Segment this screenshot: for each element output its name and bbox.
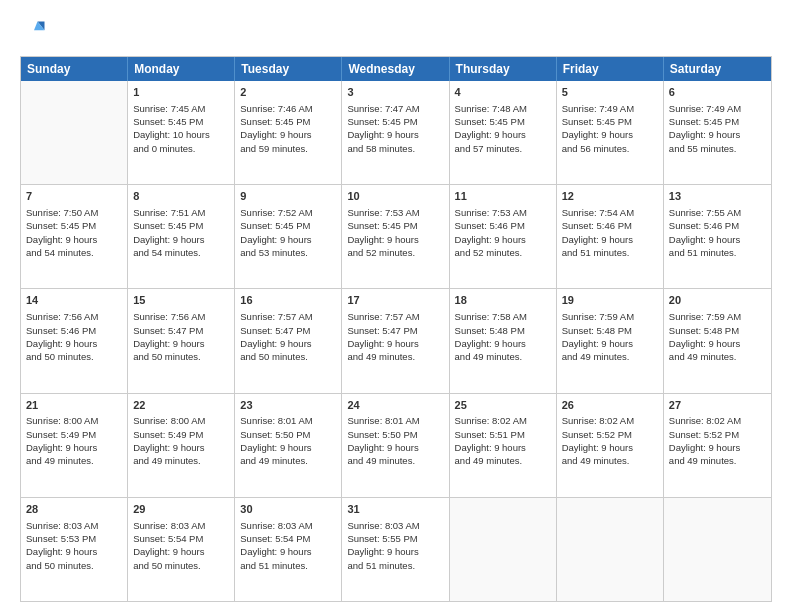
calendar-day-14: 14Sunrise: 7:56 AM Sunset: 5:46 PM Dayli… [21, 289, 128, 392]
calendar-empty-cell [450, 498, 557, 601]
day-number: 31 [347, 502, 443, 517]
day-number: 27 [669, 398, 766, 413]
calendar-day-25: 25Sunrise: 8:02 AM Sunset: 5:51 PM Dayli… [450, 394, 557, 497]
calendar-row-1: 1Sunrise: 7:45 AM Sunset: 5:45 PM Daylig… [21, 81, 771, 184]
calendar-day-20: 20Sunrise: 7:59 AM Sunset: 5:48 PM Dayli… [664, 289, 771, 392]
day-content: Sunrise: 8:00 AM Sunset: 5:49 PM Dayligh… [26, 414, 122, 467]
calendar-day-5: 5Sunrise: 7:49 AM Sunset: 5:45 PM Daylig… [557, 81, 664, 184]
day-number: 3 [347, 85, 443, 100]
day-content: Sunrise: 7:59 AM Sunset: 5:48 PM Dayligh… [562, 310, 658, 363]
calendar-day-12: 12Sunrise: 7:54 AM Sunset: 5:46 PM Dayli… [557, 185, 664, 288]
calendar-day-3: 3Sunrise: 7:47 AM Sunset: 5:45 PM Daylig… [342, 81, 449, 184]
day-content: Sunrise: 7:56 AM Sunset: 5:46 PM Dayligh… [26, 310, 122, 363]
day-content: Sunrise: 7:55 AM Sunset: 5:46 PM Dayligh… [669, 206, 766, 259]
logo [20, 18, 52, 46]
calendar-day-13: 13Sunrise: 7:55 AM Sunset: 5:46 PM Dayli… [664, 185, 771, 288]
calendar-day-1: 1Sunrise: 7:45 AM Sunset: 5:45 PM Daylig… [128, 81, 235, 184]
calendar-day-26: 26Sunrise: 8:02 AM Sunset: 5:52 PM Dayli… [557, 394, 664, 497]
day-number: 8 [133, 189, 229, 204]
day-content: Sunrise: 8:03 AM Sunset: 5:54 PM Dayligh… [240, 519, 336, 572]
calendar-day-9: 9Sunrise: 7:52 AM Sunset: 5:45 PM Daylig… [235, 185, 342, 288]
day-content: Sunrise: 7:53 AM Sunset: 5:46 PM Dayligh… [455, 206, 551, 259]
day-content: Sunrise: 8:02 AM Sunset: 5:51 PM Dayligh… [455, 414, 551, 467]
day-number: 24 [347, 398, 443, 413]
day-number: 12 [562, 189, 658, 204]
calendar-empty-cell [557, 498, 664, 601]
calendar-row-5: 28Sunrise: 8:03 AM Sunset: 5:53 PM Dayli… [21, 497, 771, 601]
calendar-day-8: 8Sunrise: 7:51 AM Sunset: 5:45 PM Daylig… [128, 185, 235, 288]
calendar-day-29: 29Sunrise: 8:03 AM Sunset: 5:54 PM Dayli… [128, 498, 235, 601]
day-number: 17 [347, 293, 443, 308]
day-number: 18 [455, 293, 551, 308]
day-content: Sunrise: 7:57 AM Sunset: 5:47 PM Dayligh… [347, 310, 443, 363]
day-number: 15 [133, 293, 229, 308]
day-number: 2 [240, 85, 336, 100]
calendar-day-31: 31Sunrise: 8:03 AM Sunset: 5:55 PM Dayli… [342, 498, 449, 601]
calendar-day-24: 24Sunrise: 8:01 AM Sunset: 5:50 PM Dayli… [342, 394, 449, 497]
day-content: Sunrise: 7:47 AM Sunset: 5:45 PM Dayligh… [347, 102, 443, 155]
calendar-day-16: 16Sunrise: 7:57 AM Sunset: 5:47 PM Dayli… [235, 289, 342, 392]
calendar-empty-cell [664, 498, 771, 601]
day-content: Sunrise: 7:49 AM Sunset: 5:45 PM Dayligh… [562, 102, 658, 155]
day-number: 30 [240, 502, 336, 517]
day-number: 21 [26, 398, 122, 413]
day-content: Sunrise: 8:03 AM Sunset: 5:54 PM Dayligh… [133, 519, 229, 572]
calendar-body: 1Sunrise: 7:45 AM Sunset: 5:45 PM Daylig… [21, 81, 771, 601]
day-number: 28 [26, 502, 122, 517]
calendar-day-11: 11Sunrise: 7:53 AM Sunset: 5:46 PM Dayli… [450, 185, 557, 288]
calendar-day-21: 21Sunrise: 8:00 AM Sunset: 5:49 PM Dayli… [21, 394, 128, 497]
day-content: Sunrise: 7:54 AM Sunset: 5:46 PM Dayligh… [562, 206, 658, 259]
calendar-row-3: 14Sunrise: 7:56 AM Sunset: 5:46 PM Dayli… [21, 288, 771, 392]
calendar-day-19: 19Sunrise: 7:59 AM Sunset: 5:48 PM Dayli… [557, 289, 664, 392]
calendar-day-23: 23Sunrise: 8:01 AM Sunset: 5:50 PM Dayli… [235, 394, 342, 497]
calendar-day-18: 18Sunrise: 7:58 AM Sunset: 5:48 PM Dayli… [450, 289, 557, 392]
calendar-header: SundayMondayTuesdayWednesdayThursdayFrid… [21, 57, 771, 81]
day-content: Sunrise: 7:52 AM Sunset: 5:45 PM Dayligh… [240, 206, 336, 259]
day-number: 5 [562, 85, 658, 100]
calendar-day-4: 4Sunrise: 7:48 AM Sunset: 5:45 PM Daylig… [450, 81, 557, 184]
day-number: 10 [347, 189, 443, 204]
calendar-day-10: 10Sunrise: 7:53 AM Sunset: 5:45 PM Dayli… [342, 185, 449, 288]
calendar-day-2: 2Sunrise: 7:46 AM Sunset: 5:45 PM Daylig… [235, 81, 342, 184]
header-day-friday: Friday [557, 57, 664, 81]
day-number: 14 [26, 293, 122, 308]
day-number: 22 [133, 398, 229, 413]
day-content: Sunrise: 7:49 AM Sunset: 5:45 PM Dayligh… [669, 102, 766, 155]
day-number: 20 [669, 293, 766, 308]
page: SundayMondayTuesdayWednesdayThursdayFrid… [0, 0, 792, 612]
day-number: 6 [669, 85, 766, 100]
calendar-day-6: 6Sunrise: 7:49 AM Sunset: 5:45 PM Daylig… [664, 81, 771, 184]
day-number: 11 [455, 189, 551, 204]
calendar-day-7: 7Sunrise: 7:50 AM Sunset: 5:45 PM Daylig… [21, 185, 128, 288]
calendar-row-2: 7Sunrise: 7:50 AM Sunset: 5:45 PM Daylig… [21, 184, 771, 288]
day-number: 4 [455, 85, 551, 100]
header-day-thursday: Thursday [450, 57, 557, 81]
calendar-day-30: 30Sunrise: 8:03 AM Sunset: 5:54 PM Dayli… [235, 498, 342, 601]
day-content: Sunrise: 8:01 AM Sunset: 5:50 PM Dayligh… [240, 414, 336, 467]
day-content: Sunrise: 7:59 AM Sunset: 5:48 PM Dayligh… [669, 310, 766, 363]
day-number: 7 [26, 189, 122, 204]
day-content: Sunrise: 8:01 AM Sunset: 5:50 PM Dayligh… [347, 414, 443, 467]
day-number: 25 [455, 398, 551, 413]
day-content: Sunrise: 8:00 AM Sunset: 5:49 PM Dayligh… [133, 414, 229, 467]
day-number: 26 [562, 398, 658, 413]
day-content: Sunrise: 7:45 AM Sunset: 5:45 PM Dayligh… [133, 102, 229, 155]
header-day-monday: Monday [128, 57, 235, 81]
day-number: 16 [240, 293, 336, 308]
day-content: Sunrise: 8:03 AM Sunset: 5:53 PM Dayligh… [26, 519, 122, 572]
day-content: Sunrise: 7:53 AM Sunset: 5:45 PM Dayligh… [347, 206, 443, 259]
calendar-empty-cell [21, 81, 128, 184]
calendar-day-15: 15Sunrise: 7:56 AM Sunset: 5:47 PM Dayli… [128, 289, 235, 392]
day-content: Sunrise: 7:50 AM Sunset: 5:45 PM Dayligh… [26, 206, 122, 259]
header-day-wednesday: Wednesday [342, 57, 449, 81]
calendar-day-22: 22Sunrise: 8:00 AM Sunset: 5:49 PM Dayli… [128, 394, 235, 497]
day-content: Sunrise: 7:57 AM Sunset: 5:47 PM Dayligh… [240, 310, 336, 363]
day-number: 29 [133, 502, 229, 517]
day-number: 19 [562, 293, 658, 308]
day-content: Sunrise: 7:51 AM Sunset: 5:45 PM Dayligh… [133, 206, 229, 259]
logo-icon [20, 18, 48, 46]
calendar: SundayMondayTuesdayWednesdayThursdayFrid… [20, 56, 772, 602]
day-number: 9 [240, 189, 336, 204]
calendar-day-17: 17Sunrise: 7:57 AM Sunset: 5:47 PM Dayli… [342, 289, 449, 392]
header-day-tuesday: Tuesday [235, 57, 342, 81]
